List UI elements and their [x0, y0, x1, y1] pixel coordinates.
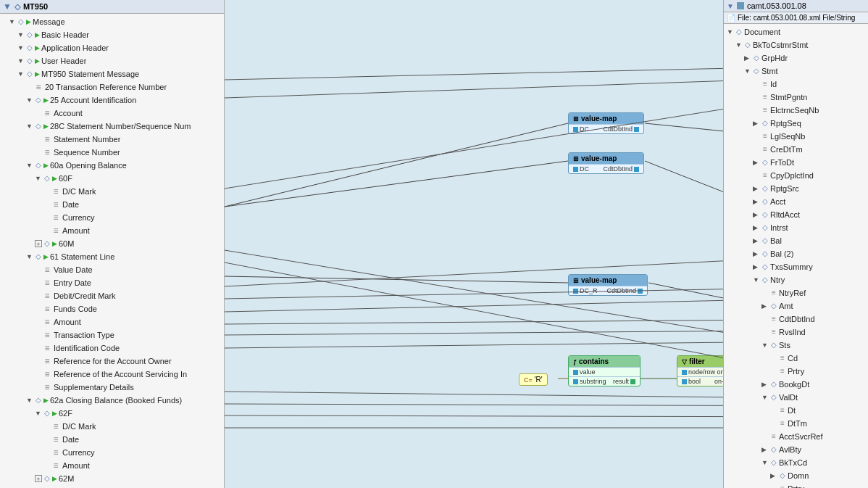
expand-icon-25-account[interactable]: ▼	[26, 94, 33, 106]
right-expand-stmt[interactable]: ▼	[744, 65, 751, 77]
left-tree-item-dc-mark-62f[interactable]: ≡D/C Mark	[0, 420, 224, 433]
right-tree-item-valdt[interactable]: ▼◇ValDt	[724, 391, 868, 404]
left-tree-item-amount-60f[interactable]: ≡Amount	[0, 224, 224, 237]
right-tree-item-bookgdt[interactable]: ▶◇BookgDt	[724, 378, 868, 391]
expand-icon-60f[interactable]: ▼	[35, 173, 42, 184]
right-expand-rptgseq[interactable]: ▶	[753, 117, 760, 129]
right-tree-item-avlbty[interactable]: ▶◇AvlBty	[724, 443, 868, 456]
left-tree-item-62m[interactable]: +◇▶62M	[0, 472, 224, 485]
left-tree-item-currency-60f[interactable]: ≡Currency	[0, 211, 224, 224]
left-tree-item-mt950[interactable]: ▼◇▶MT950 Statement Message	[0, 67, 224, 80]
left-tree-item-user-header[interactable]: ▼◇▶User Header	[0, 54, 224, 67]
left-tree-item-entry-date[interactable]: ≡Entry Date	[0, 276, 224, 289]
right-expand-domn[interactable]: ▶	[770, 470, 777, 481]
right-expand-acct[interactable]: ▶	[753, 196, 760, 207]
right-tree-item-acctsvcrref[interactable]: ≡AcctSvcrRef	[724, 430, 868, 443]
expand-icon-app-header[interactable]: ▼	[17, 42, 25, 54]
right-expand-grphdr[interactable]: ▶	[744, 52, 751, 64]
left-tree-item-amount-61[interactable]: ≡Amount	[0, 315, 224, 328]
left-tree-item-app-header[interactable]: ▼◇▶Application Header	[0, 41, 224, 54]
left-tree-item-account[interactable]: ≡Account	[0, 107, 224, 120]
right-tree-item-cpydplctind[interactable]: ≡CpyDplctInd	[724, 169, 868, 182]
right-tree-item-bal[interactable]: ▶◇Bal	[724, 234, 868, 247]
right-tree-item-prtry-sts[interactable]: ≡Prtry	[724, 365, 868, 378]
filter-node[interactable]: ▽ filter node/row on-true bool on-false	[677, 355, 723, 386]
left-tree-item-id-code[interactable]: ≡Identification Code	[0, 342, 224, 355]
left-tree-item-dc-mark-60f[interactable]: ≡D/C Mark	[0, 185, 224, 198]
right-expand-rltdacct[interactable]: ▶	[753, 209, 760, 220]
right-expand-icon[interactable]: ▼	[727, 2, 734, 10]
left-tree-item-62a-closing[interactable]: ▼◇▶62a Closing Balance (Booked Funds)	[0, 394, 224, 407]
right-expand-bookgdt[interactable]: ▶	[761, 379, 769, 390]
right-tree-item-intrst[interactable]: ▶◇Intrst	[724, 221, 868, 234]
expand-icon-message[interactable]: ▼	[9, 16, 16, 28]
right-tree-item-elctrncseqnb[interactable]: ≡ElctrncSeqNb	[724, 104, 868, 117]
left-tree-item-message[interactable]: ▼◇▶Message	[0, 15, 224, 28]
right-tree-item-prtry-bktxcd[interactable]: ≡Prtry	[724, 482, 868, 488]
left-tree-item-ref-account-servicing[interactable]: ≡Reference of the Account Servicing In	[0, 368, 224, 381]
right-tree-item-domn[interactable]: ▶◇Domn	[724, 469, 868, 482]
right-tree-item-frtodt[interactable]: ▶◇FrToDt	[724, 156, 868, 169]
left-tree-item-value-date[interactable]: ≡Value Date	[0, 263, 224, 276]
right-expand-rptgsrc[interactable]: ▶	[753, 183, 760, 194]
right-tree-item-sts[interactable]: ▼◇Sts	[724, 339, 868, 352]
contains-node[interactable]: ƒ contains value substring result	[568, 355, 640, 386]
left-tree-item-statement-number[interactable]: ≡Statement Number	[0, 133, 224, 146]
right-expand-valdt[interactable]: ▼	[761, 392, 769, 403]
left-panel-expand-icon[interactable]: ▼	[3, 1, 12, 12]
right-tree-item-rptgsrc[interactable]: ▶◇RptgSrc	[724, 182, 868, 195]
right-tree-item-bktocstmrstmt[interactable]: ▼◇BkToCstmrStmt	[724, 38, 868, 51]
expand-icon-user-header[interactable]: ▼	[17, 55, 25, 67]
left-tree-item-date-62f[interactable]: ≡Date	[0, 433, 224, 446]
right-tree-item-dttm[interactable]: ≡DtTm	[724, 417, 868, 430]
right-tree-item-txssummry[interactable]: ▶◇TxsSummry	[724, 260, 868, 273]
right-tree-item-document[interactable]: ▼◇Document	[724, 25, 868, 38]
right-expand-bal2[interactable]: ▶	[753, 248, 760, 260]
left-tree-item-60a-opening[interactable]: ▼◇▶60a Opening Balance	[0, 159, 224, 172]
right-tree-item-bktxcd[interactable]: ▼◇BkTxCd	[724, 456, 868, 469]
value-map-1[interactable]: ⊞ value-map DC CdtDbtInd	[568, 112, 644, 134]
left-tree-item-64-closing[interactable]: ▼◇▶64 Closing Available Balance (Availab…	[0, 485, 224, 488]
expand-icon-62m[interactable]: +	[35, 475, 42, 482]
left-tree-item-25-account[interactable]: ▼◇▶25 Account Identification	[0, 94, 224, 107]
right-tree-item-id[interactable]: ≡Id	[724, 78, 868, 91]
right-tree-item-credtm[interactable]: ≡CreDtTm	[724, 143, 868, 156]
right-expand-txssummry[interactable]: ▶	[753, 261, 760, 273]
expand-icon-mt950[interactable]: ▼	[17, 68, 25, 80]
right-tree-item-grphdr[interactable]: ▶◇GrpHdr	[724, 51, 868, 65]
value-map-3[interactable]: ⊞ value-map DC_R CdtDbtInd	[568, 274, 648, 296]
left-tree-item-62f[interactable]: ▼◇▶62F	[0, 407, 224, 420]
const-r[interactable]: C= 'R'	[519, 373, 548, 386]
left-tree-item-currency-62f[interactable]: ≡Currency	[0, 446, 224, 459]
left-tree-item-60f[interactable]: ▼◇▶60F	[0, 172, 224, 185]
right-tree-item-ntryref[interactable]: ≡NtryRef	[724, 286, 868, 299]
right-tree-item-ntry[interactable]: ▼◇Ntry	[724, 273, 868, 286]
expand-icon-60m[interactable]: +	[35, 240, 42, 247]
canvas-panel[interactable]: ƒ now result C= 'PRCD' C= 'CLBD'	[225, 0, 723, 488]
left-tree-item-20-ref[interactable]: ≡20 Transaction Reference Number	[0, 80, 224, 94]
right-expand-intrst[interactable]: ▶	[753, 222, 760, 233]
value-map-2[interactable]: ⊞ value-map DC CdtDbtInd	[568, 152, 644, 174]
expand-icon-61-statement[interactable]: ▼	[26, 251, 33, 262]
right-expand-bktxcd[interactable]: ▼	[761, 457, 769, 468]
right-tree-item-stmt[interactable]: ▼◇Stmt	[724, 65, 868, 78]
left-tree-item-61-statement[interactable]: ▼◇▶61 Statement Line	[0, 250, 224, 263]
right-expand-document[interactable]: ▼	[727, 26, 734, 38]
right-expand-bktocstmrstmt[interactable]: ▼	[735, 39, 743, 51]
expand-icon-28c-statement[interactable]: ▼	[26, 120, 33, 132]
right-tree-item-rptgseq[interactable]: ▶◇RptgSeq	[724, 117, 868, 130]
right-tree-item-cd[interactable]: ≡Cd	[724, 352, 868, 365]
left-tree-item-supplementary[interactable]: ≡Supplementary Details	[0, 381, 224, 394]
left-tree-item-debit-credit[interactable]: ≡Debit/Credit Mark	[0, 289, 224, 302]
right-tree-item-acct[interactable]: ▶◇Acct	[724, 195, 868, 208]
left-tree-item-funds-code[interactable]: ≡Funds Code	[0, 302, 224, 315]
right-tree-item-dt[interactable]: ≡Dt	[724, 404, 868, 417]
left-tree-item-basic-header[interactable]: ▼◇▶Basic Header	[0, 28, 224, 41]
left-tree-item-transaction-type[interactable]: ≡Transaction Type	[0, 328, 224, 342]
right-tree-item-rvsllnd[interactable]: ≡RvslInd	[724, 326, 868, 339]
right-expand-bal[interactable]: ▶	[753, 235, 760, 247]
right-tree-item-bal2[interactable]: ▶◇Bal (2)	[724, 247, 868, 260]
right-expand-sts[interactable]: ▼	[761, 339, 769, 351]
left-tree-item-ref-account-owner[interactable]: ≡Reference for the Account Owner	[0, 355, 224, 368]
left-tree-item-28c-statement[interactable]: ▼◇▶28C Statement Number/Sequence Num	[0, 120, 224, 133]
